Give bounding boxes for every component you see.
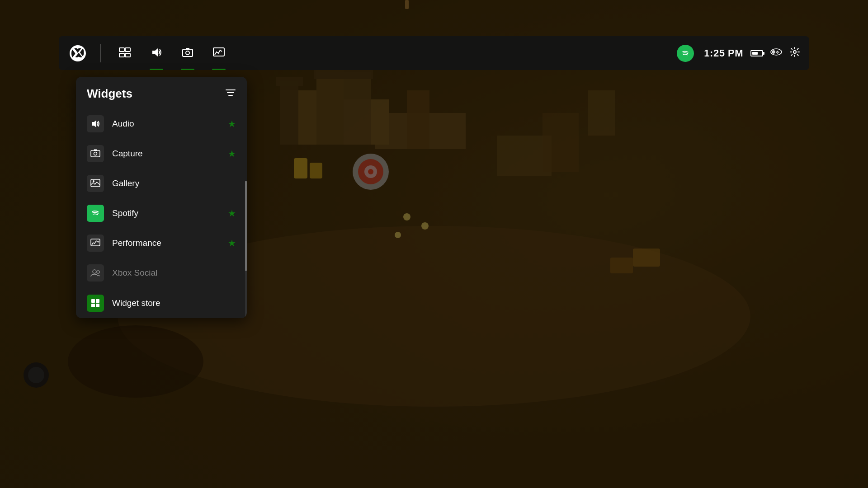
svg-rect-33 [119, 53, 124, 57]
widget-store-label: Widget store [112, 298, 160, 308]
widget-performance-icon-wrap [87, 235, 104, 252]
svg-rect-65 [96, 304, 99, 307]
widgets-header: Widgets [76, 77, 247, 109]
svg-point-49 [793, 51, 796, 53]
widget-spotify-icon-wrap [87, 205, 104, 222]
nav-capture[interactable] [172, 36, 203, 70]
widget-audio-star[interactable]: ★ [228, 118, 236, 129]
svg-point-45 [777, 51, 778, 52]
spotify-circle [677, 45, 694, 62]
widgets-title: Widgets [87, 87, 132, 101]
widget-performance-star[interactable]: ★ [228, 238, 236, 249]
scroll-indicator [245, 181, 247, 318]
svg-rect-32 [125, 48, 130, 52]
widget-capture-label: Capture [112, 149, 228, 159]
widget-item-spotify[interactable]: Spotify ★ [76, 198, 247, 228]
capture-nav-icon [182, 47, 193, 59]
widget-item-capture[interactable]: Capture ★ [76, 139, 247, 169]
svg-rect-54 [91, 150, 100, 157]
svg-point-46 [778, 52, 779, 52]
widget-gallery-icon-wrap [87, 175, 104, 192]
widget-audio-label: Audio [112, 119, 228, 129]
multitasking-icon [119, 47, 131, 59]
svg-point-48 [776, 52, 777, 52]
svg-rect-63 [96, 299, 99, 303]
widget-audio-icon-wrap [87, 115, 104, 132]
svg-point-60 [93, 270, 96, 273]
xbox-logo[interactable] [68, 43, 88, 63]
svg-point-37 [186, 51, 189, 55]
widget-gallery-label: Gallery [112, 178, 236, 188]
topbar-time: 1:25 PM [704, 47, 743, 59]
widgets-panel: Widgets Audio ★ [76, 77, 247, 318]
topbar-divider [100, 44, 101, 62]
widget-social-icon-wrap [87, 264, 104, 282]
svg-rect-34 [125, 53, 130, 57]
svg-rect-56 [94, 150, 97, 151]
scroll-thumb [245, 181, 247, 271]
svg-marker-53 [92, 120, 96, 127]
widget-spotify-star[interactable]: ★ [228, 208, 236, 219]
settings-icon[interactable] [789, 47, 800, 60]
widget-item-performance[interactable]: Performance ★ [76, 228, 247, 258]
svg-point-61 [97, 271, 99, 273]
svg-point-40 [680, 48, 690, 58]
nav-performance[interactable] [203, 36, 235, 70]
svg-rect-36 [183, 49, 193, 56]
topbar-right: 1:25 PM [704, 47, 800, 60]
svg-point-55 [94, 152, 97, 155]
widget-social-label: Xbox Social [112, 268, 236, 278]
nav-multitasking[interactable] [109, 36, 141, 70]
nav-audio[interactable] [141, 36, 172, 70]
controller-icon[interactable] [770, 47, 782, 59]
widget-store-icon-wrap [87, 295, 104, 312]
topbar-nav [109, 36, 667, 70]
svg-marker-35 [152, 48, 158, 56]
widget-item-audio[interactable]: Audio ★ [76, 109, 247, 139]
widget-item-gallery[interactable]: Gallery [76, 169, 247, 198]
performance-nav-icon [213, 47, 225, 59]
widget-item-xbox-social[interactable]: Xbox Social [76, 258, 247, 288]
battery-icon [750, 50, 763, 56]
widget-capture-star[interactable]: ★ [228, 148, 236, 159]
widget-performance-label: Performance [112, 238, 228, 248]
svg-point-47 [777, 52, 778, 53]
svg-rect-64 [91, 304, 95, 307]
filter-icon[interactable] [225, 88, 236, 99]
svg-rect-31 [119, 48, 124, 52]
audio-nav-icon [151, 47, 162, 59]
widget-store-item[interactable]: Widget store [76, 288, 247, 318]
widgets-list: Audio ★ Capture ★ [76, 109, 247, 288]
svg-point-58 [93, 180, 94, 182]
widget-spotify-label: Spotify [112, 208, 228, 218]
svg-rect-62 [91, 299, 95, 303]
widget-capture-icon-wrap [87, 145, 104, 162]
topbar: 1:25 PM [59, 36, 809, 70]
svg-rect-38 [186, 48, 189, 50]
nav-spotify[interactable] [667, 36, 704, 70]
